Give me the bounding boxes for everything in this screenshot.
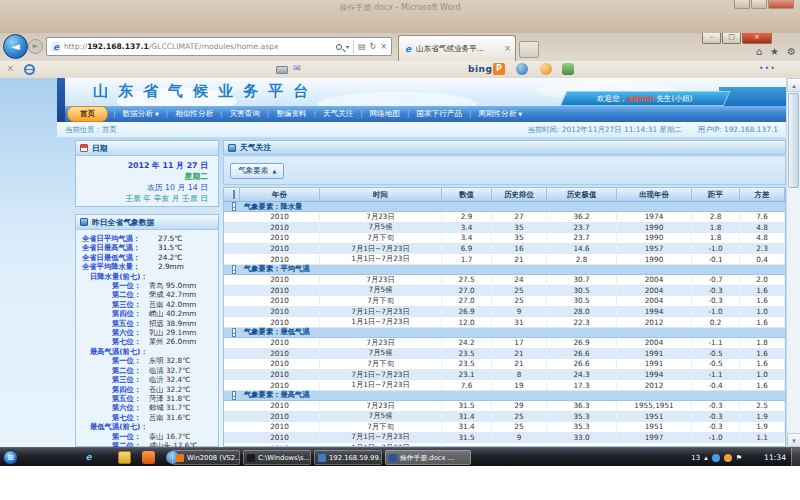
stop-icon[interactable]: × xyxy=(380,42,387,51)
group-title: 气象要素：平均气温 xyxy=(240,264,785,274)
address-bar[interactable]: e http://192.168.137.1/GLCCLIMATE/module… xyxy=(46,37,392,56)
cell: -0.3 xyxy=(692,412,740,421)
scroll-up-icon[interactable]: ▴ xyxy=(787,78,800,92)
addon-icon-blue[interactable] xyxy=(516,63,528,75)
cell: -0.4 xyxy=(692,381,740,390)
cell: 7月5候 xyxy=(320,348,442,358)
gear-icon[interactable]: ⚙ xyxy=(787,46,796,57)
blocked-icon[interactable] xyxy=(24,64,35,75)
collapse-icon[interactable]: - xyxy=(232,391,237,400)
action-center-flag-icon[interactable]: ⚑ xyxy=(736,454,742,462)
nav-item-7[interactable]: 国家下行产品 xyxy=(409,109,469,119)
table-group-header[interactable]: -气象要素：降水量 xyxy=(224,202,785,212)
app-icon-orange[interactable] xyxy=(142,451,155,464)
table-body: -气象要素：降水量20107月23日2.92736.219742.87.6201… xyxy=(224,202,785,447)
refresh-icon[interactable]: ↻ xyxy=(370,42,377,51)
collapse-icon[interactable]: - xyxy=(232,328,237,337)
collapse-icon[interactable]: - xyxy=(232,265,237,274)
scrollbar-thumb[interactable] xyxy=(788,93,799,188)
bg-maximize-button[interactable] xyxy=(751,0,767,9)
checkbox-icon[interactable] xyxy=(233,190,235,199)
nav-item-4[interactable]: 整编资料 xyxy=(269,109,313,119)
close-toolbar-icon[interactable]: × xyxy=(7,64,14,73)
ie-quicklaunch-icon[interactable]: e xyxy=(82,451,95,464)
expand-toggle[interactable]: - xyxy=(224,328,240,337)
cell: -0.1 xyxy=(692,255,740,264)
select-all-box[interactable] xyxy=(224,188,240,201)
search-icon[interactable] xyxy=(336,44,342,50)
window-icon xyxy=(318,454,326,462)
weather-stat-label: 全省日平均气温： xyxy=(82,234,158,243)
scrollbar[interactable]: ▴ ▾ xyxy=(786,78,800,447)
cell: 7.6 xyxy=(740,212,785,221)
close-button[interactable]: × xyxy=(742,33,772,44)
taskbar-window-2[interactable]: 192.168.59.99... xyxy=(314,450,382,465)
taskbar-clock[interactable]: 11:34 xyxy=(764,448,786,467)
cell: 2.5 xyxy=(740,401,785,410)
nav-item-2[interactable]: 相似性分析 xyxy=(168,109,220,119)
cell: -1.1 xyxy=(692,338,740,347)
table-group-header[interactable]: -气象要素：最高气温 xyxy=(224,391,785,401)
start-button[interactable]: ⊞ xyxy=(3,450,18,465)
collapse-icon[interactable]: - xyxy=(232,202,237,211)
maximize-button[interactable]: □ xyxy=(722,33,741,44)
bing-badge-icon[interactable]: P xyxy=(493,63,505,75)
cell: 2010 xyxy=(240,381,320,390)
bottom-margin xyxy=(0,466,800,500)
more-icon[interactable]: ••• xyxy=(759,64,776,73)
browser-tab[interactable]: e 山东省气候业务平... × xyxy=(398,35,516,61)
nav-item-3[interactable]: 灾害查询 xyxy=(222,109,266,119)
bg-close-button[interactable] xyxy=(768,0,794,9)
nav-item-1[interactable]: 数据分析▼ xyxy=(116,109,166,119)
nav-item-6[interactable]: 网络地图 xyxy=(363,109,407,119)
minimize-button[interactable]: – xyxy=(702,33,721,44)
addon-icon-orange[interactable] xyxy=(540,63,552,75)
home-icon[interactable]: ⌂ xyxy=(756,46,762,57)
element-filter-button[interactable]: 气象要素 ▲ xyxy=(230,163,284,179)
weather-rank-row: 第三位：临沂 32.4℃ xyxy=(78,375,216,384)
cell: 2010 xyxy=(240,338,320,347)
tray-icon-orange[interactable] xyxy=(724,454,732,462)
taskbar: ⊞ e Win2008 (VS2...C:\Windows\s...192.16… xyxy=(0,447,800,466)
taskbar-window-0[interactable]: Win2008 (VS2... xyxy=(172,450,240,465)
chevron-down-icon[interactable]: ▾ xyxy=(346,43,349,50)
cell: 2010 xyxy=(240,296,320,305)
expand-toggle[interactable]: - xyxy=(224,265,240,274)
bg-minimize-button[interactable] xyxy=(734,0,750,9)
card-icon[interactable] xyxy=(276,66,288,74)
new-tab-button[interactable] xyxy=(519,41,539,58)
expand-toggle[interactable]: - xyxy=(224,391,240,400)
tab-close-icon[interactable]: × xyxy=(504,44,511,53)
nav-item-0[interactable]: 首页 xyxy=(67,106,108,122)
nav-item-8[interactable]: 周期性分析▼ xyxy=(471,109,529,119)
cell: 7月下旬 xyxy=(320,422,442,432)
calendar-panel: 日期 2012 年 11 月 27 日星期二农历 10 月 14 日壬辰 年 辛… xyxy=(75,140,219,207)
scroll-down-icon[interactable]: ▾ xyxy=(787,433,800,447)
tray-icon-blue[interactable] xyxy=(712,454,720,462)
chevron-down-icon: ▼ xyxy=(518,111,522,117)
taskbar-window-1[interactable]: C:\Windows\s... xyxy=(243,450,311,465)
back-button[interactable]: ◄ xyxy=(3,34,28,59)
rank-label: 第四位： xyxy=(112,309,149,318)
expand-toggle[interactable]: - xyxy=(224,202,240,211)
compatibility-icon[interactable]: ▤ xyxy=(358,42,366,51)
favorites-icon[interactable]: ★ xyxy=(770,46,779,57)
cell: 23.5 xyxy=(442,359,492,368)
rank-value: 菏泽 31.8℃ xyxy=(149,394,190,403)
table-group-header[interactable]: -气象要素：平均气温 xyxy=(224,265,785,275)
show-desktop-button[interactable] xyxy=(791,448,800,467)
rank-label: 第七位： xyxy=(112,337,149,346)
forward-button[interactable]: ► xyxy=(28,39,43,54)
nav-item-5[interactable]: 天气关注 xyxy=(316,109,360,119)
window-title: Win2008 (VS2... xyxy=(187,454,240,462)
weather-stat: 全省平均降水量：2.9mm xyxy=(78,262,216,271)
table-group-header[interactable]: -气象要素：最低气温 xyxy=(224,328,785,338)
addon-icon-green[interactable] xyxy=(562,63,574,75)
tray-up-icon[interactable]: ▴ xyxy=(704,454,708,462)
taskbar-window-3[interactable]: 操作手册.docx ... xyxy=(385,450,471,465)
cell: 1955,1951 xyxy=(617,401,692,410)
explorer-icon[interactable] xyxy=(118,451,131,464)
bing-logo[interactable]: bing xyxy=(468,64,492,74)
mail-icon[interactable]: ✉ xyxy=(293,63,301,73)
rank-value: 东明 32.8℃ xyxy=(149,356,190,365)
